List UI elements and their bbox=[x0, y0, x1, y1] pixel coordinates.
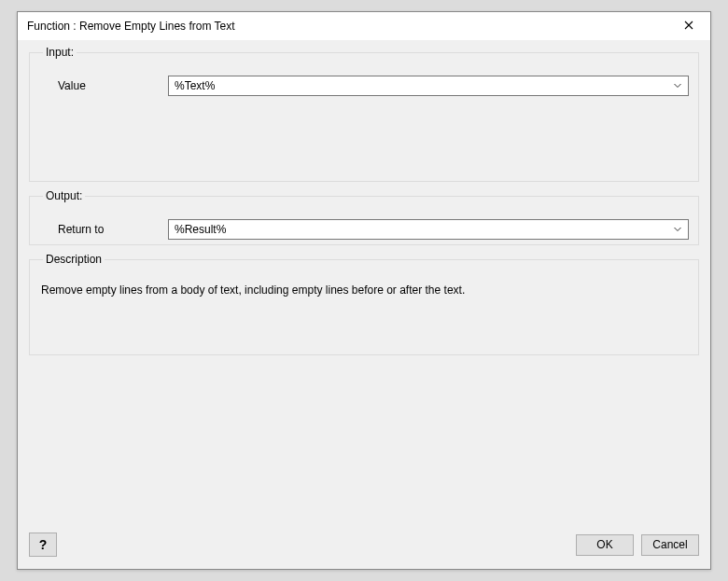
chevron-down-icon bbox=[671, 227, 684, 232]
output-return-row: Return to %Result% bbox=[39, 219, 689, 240]
output-legend: Output: bbox=[43, 189, 85, 202]
return-to-combobox[interactable]: %Result% bbox=[168, 219, 689, 240]
input-legend: Input: bbox=[43, 46, 77, 59]
ok-button[interactable]: OK bbox=[576, 534, 634, 556]
description-legend: Description bbox=[43, 253, 105, 266]
cancel-button[interactable]: Cancel bbox=[641, 534, 699, 556]
close-button[interactable] bbox=[675, 15, 703, 37]
input-value-row: Value %Text% bbox=[39, 76, 689, 96]
description-text: Remove empty lines from a body of text, … bbox=[39, 277, 689, 300]
close-icon bbox=[684, 20, 693, 33]
titlebar: Function : Remove Empty Lines from Text bbox=[18, 12, 710, 40]
help-button[interactable]: ? bbox=[29, 533, 57, 557]
description-group: Description Remove empty lines from a bo… bbox=[29, 253, 699, 355]
value-label: Value bbox=[39, 79, 168, 92]
output-group: Output: Return to %Result% bbox=[29, 189, 699, 245]
function-dialog: Function : Remove Empty Lines from Text … bbox=[17, 11, 711, 570]
footer-right: OK Cancel bbox=[576, 534, 699, 556]
dialog-footer: ? OK Cancel bbox=[29, 532, 699, 558]
return-to-label: Return to bbox=[39, 223, 168, 236]
input-group: Input: Value %Text% bbox=[29, 46, 699, 182]
value-combobox[interactable]: %Text% bbox=[168, 76, 689, 96]
dialog-content: Input: Value %Text% Output: Return to %R… bbox=[18, 40, 710, 569]
dialog-title: Function : Remove Empty Lines from Text bbox=[27, 20, 235, 33]
chevron-down-icon bbox=[671, 83, 684, 89]
return-to-combobox-text: %Result% bbox=[175, 223, 226, 236]
value-combobox-text: %Text% bbox=[175, 79, 215, 92]
